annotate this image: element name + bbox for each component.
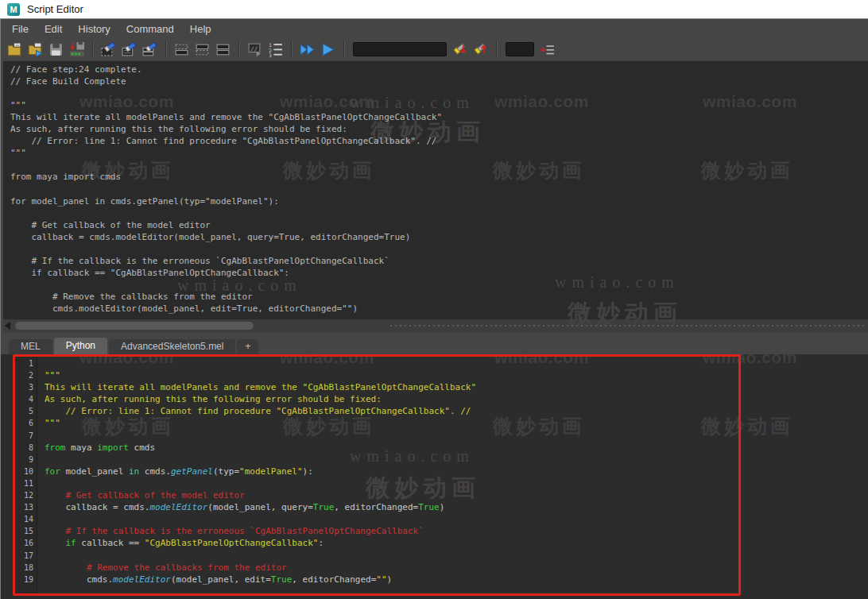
code-line: """: [45, 417, 868, 429]
goto-line-button[interactable]: [538, 40, 557, 59]
output-line: This will iterate all modelPanels and re…: [10, 111, 868, 123]
toolbar-separator: [92, 41, 94, 58]
script-input-pane[interactable]: 12345678910111213141516171819 """This wi…: [1, 354, 868, 599]
menu-history[interactable]: History: [70, 21, 118, 37]
toolbar-separator: [343, 41, 345, 58]
code-line: if callback == "CgAbBlastPanelOptChangeC…: [45, 537, 868, 549]
scrollbar-thumb[interactable]: [15, 322, 254, 330]
output-line: [10, 159, 868, 171]
code-line: [45, 550, 868, 562]
code-line: callback = cmds.modelEditor(model_panel,…: [45, 501, 868, 513]
menu-edit[interactable]: Edit: [37, 21, 70, 37]
line-number: 2: [15, 369, 33, 381]
output-line: # Get callback of the model editor: [10, 219, 868, 231]
new-tab-button[interactable]: +: [237, 339, 258, 354]
output-history-pane[interactable]: // Face step:24 complete.// Face Build C…: [3, 61, 868, 319]
code-line: // Error: line 1: Cannot find procedure …: [45, 405, 868, 417]
code-line: This will iterate all modelPanels and re…: [45, 381, 868, 393]
line-number: 9: [15, 454, 33, 466]
window-title: Script Editor: [27, 3, 83, 15]
line-numbers: 12345678910111213141516171819: [15, 357, 33, 585]
output-line: [10, 207, 868, 219]
show-line-numbers-button[interactable]: 123: [266, 40, 285, 59]
menu-file[interactable]: File: [4, 21, 37, 37]
line-number: 13: [15, 501, 33, 513]
output-line: [10, 279, 868, 291]
show-both-panes-button[interactable]: [214, 40, 233, 59]
clear-all-button[interactable]: [141, 40, 160, 59]
code-line: [45, 513, 868, 525]
output-line: """: [10, 147, 868, 159]
svg-text://: //: [250, 44, 258, 52]
line-number: 17: [15, 550, 33, 562]
tab-advancedskeleton5-mel[interactable]: AdvancedSkeleton5.mel: [109, 339, 235, 354]
code-line: [45, 430, 868, 442]
toolbar-separator: [238, 41, 240, 58]
open-script-button[interactable]: [6, 40, 25, 59]
menubar: FileEditHistoryCommandHelp: [1, 20, 219, 37]
search-input[interactable]: [353, 42, 447, 56]
line-number: 18: [15, 562, 33, 574]
window-body: FileEditHistoryCommandHelp // 123: [0, 19, 868, 599]
line-number: 16: [15, 537, 33, 549]
line-number: 6: [15, 417, 33, 429]
code-line: from maya import cmds: [45, 442, 868, 454]
line-number: 15: [15, 525, 33, 537]
line-number: 12: [15, 489, 33, 501]
output-line: // Error: line 1: Cannot find procedure …: [10, 135, 868, 147]
code-line: [45, 477, 868, 489]
output-line: [10, 183, 868, 195]
output-line: # If the callback is the erroneous `CgAb…: [10, 255, 868, 267]
line-number: 1: [15, 357, 33, 369]
titlebar[interactable]: M Script Editor: [0, 0, 868, 19]
code-line: [45, 357, 868, 369]
code-line: # Remove the callbacks from the editor: [45, 562, 868, 574]
search-up-icon[interactable]: [471, 40, 490, 59]
script-editor-window: M Script Editor FileEditHistoryCommandHe…: [0, 0, 868, 599]
toolbar-separator: [291, 41, 293, 58]
line-number: 5: [15, 405, 33, 417]
show-history-pane-button[interactable]: [172, 40, 192, 59]
echo-all-commands-button[interactable]: //: [246, 40, 265, 59]
svg-text:3: 3: [269, 52, 272, 57]
code-line: for model_panel in cmds.getPanel(typ="mo…: [45, 466, 868, 477]
tab-python[interactable]: Python: [54, 338, 107, 354]
line-number: 4: [15, 393, 33, 405]
source-script-button[interactable]: [26, 40, 45, 59]
tab-mel[interactable]: MEL: [9, 339, 52, 354]
save-script-button[interactable]: [47, 40, 66, 59]
line-number: 11: [15, 477, 33, 489]
line-number: 14: [15, 513, 33, 525]
scrollbar-track-dots: [390, 325, 864, 327]
menu-help[interactable]: Help: [182, 21, 219, 37]
code-line: """: [45, 369, 868, 381]
output-line: if callback == "CgAbBlastPanelOptChangeC…: [10, 267, 868, 279]
execute-all-button[interactable]: [298, 40, 317, 59]
tab-bar: MELPythonAdvancedSkeleton5.mel+: [1, 338, 868, 354]
horizontal-scrollbar[interactable]: [3, 319, 868, 332]
line-number: 19: [15, 574, 33, 585]
clear-history-button[interactable]: [99, 40, 118, 59]
show-input-pane-button[interactable]: [193, 40, 212, 59]
clear-input-button[interactable]: [120, 40, 139, 59]
line-number: 10: [15, 466, 33, 477]
save-script-to-shelf-button[interactable]: [68, 40, 87, 59]
menu-command[interactable]: Command: [118, 21, 182, 37]
output-line: [10, 243, 868, 255]
line-number: 3: [15, 381, 33, 393]
scroll-left-arrow-icon[interactable]: [5, 322, 10, 330]
output-line: from maya import cmds: [10, 171, 868, 183]
output-text: // Face step:24 complete.// Face Build C…: [3, 61, 868, 315]
search-down-icon[interactable]: [451, 40, 470, 59]
output-line: [10, 87, 868, 99]
output-line: As such, after running this the followin…: [10, 123, 868, 135]
output-line: // Face step:24 complete.: [10, 64, 868, 75]
goto-line-input[interactable]: [506, 42, 534, 56]
line-number: 7: [15, 430, 33, 442]
toolbar-separator: [165, 41, 167, 58]
code-editor-text[interactable]: """This will iterate all modelPanels and…: [37, 357, 868, 585]
code-line: [45, 454, 868, 466]
execute-button[interactable]: [319, 40, 338, 59]
code-line: As such, after running this the followin…: [45, 393, 868, 405]
output-line: for model_panel in cmds.getPanel(typ="mo…: [10, 195, 868, 207]
